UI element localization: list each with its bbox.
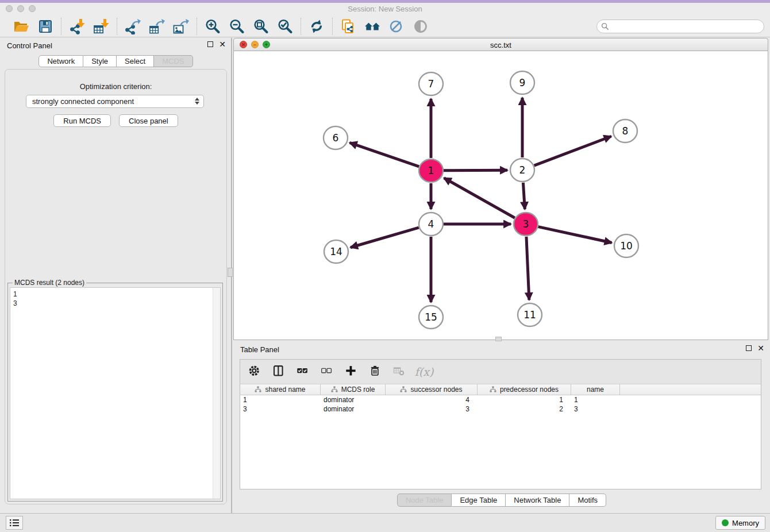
tab-motifs[interactable]: Motifs (569, 494, 606, 507)
node-label-7: 7 (428, 78, 434, 90)
task-history-button[interactable] (6, 516, 23, 530)
function-builder-button: f(x) (416, 364, 432, 380)
float-panel-icon[interactable] (207, 41, 213, 47)
memory-status-icon (722, 519, 729, 526)
edge-2-8[interactable] (534, 136, 611, 165)
zoom-out-button[interactable] (226, 17, 247, 36)
zoom-out-icon (229, 18, 245, 34)
memory-button[interactable]: Memory (715, 516, 765, 530)
graph-node-15[interactable]: 15 (419, 306, 443, 329)
cell-name[interactable]: 3 (571, 404, 620, 414)
column-type-icon (255, 386, 261, 393)
cell-predecessor-nodes[interactable]: 1 (478, 395, 571, 404)
column-header-successor-nodes[interactable]: successor nodes (386, 384, 478, 395)
graph-node-6[interactable]: 6 (324, 126, 348, 149)
export-image-button[interactable] (171, 17, 191, 36)
tab-style[interactable]: Style (83, 55, 117, 67)
toolbar-group (197, 17, 301, 36)
edge-4-14[interactable] (351, 228, 419, 248)
window-titlebar[interactable]: Session: New Session (0, 3, 770, 16)
column-header-name[interactable]: name (571, 384, 620, 395)
cell-shared-name[interactable]: 1 (240, 395, 321, 404)
graph-node-14[interactable]: 14 (324, 240, 348, 263)
table-settings-button[interactable] (247, 364, 263, 380)
optimization-criterion-label: Optimization criterion: (5, 82, 226, 91)
cell-MCDS-role[interactable]: dominator (321, 395, 386, 404)
status-bar: Memory (0, 513, 770, 532)
tab-node-table[interactable]: Node Table (397, 494, 452, 507)
column-header-MCDS-role[interactable]: MCDS role (321, 384, 386, 395)
open-session-button[interactable] (11, 17, 32, 36)
cell-MCDS-role[interactable]: dominator (321, 404, 386, 414)
edge-3-10[interactable] (538, 227, 611, 243)
edge-3-11[interactable] (526, 237, 529, 300)
column-label: shared name (265, 385, 305, 394)
criterion-dropdown[interactable]: strongly connected component (26, 95, 204, 108)
column-label: MCDS role (341, 385, 375, 394)
cell-successor-nodes[interactable]: 3 (386, 404, 478, 414)
tab-mcds[interactable]: MCDS (154, 55, 192, 67)
mcds-panel: Optimization criterion: strongly connect… (5, 69, 227, 504)
column-type-icon (490, 386, 496, 393)
column-header-predecessor-nodes[interactable]: predecessor nodes (478, 384, 571, 395)
result-scrollbar[interactable] (213, 288, 220, 499)
column-view-button[interactable] (271, 364, 287, 380)
cell-predecessor-nodes[interactable]: 2 (478, 404, 571, 414)
add-column-button[interactable] (344, 364, 360, 380)
import-table-button[interactable] (91, 17, 111, 36)
graph-node-8[interactable]: 8 (613, 119, 637, 142)
cell-shared-name[interactable]: 3 (240, 404, 321, 414)
graph-node-2[interactable]: 2 (510, 159, 534, 182)
first-neighbors-button[interactable] (362, 17, 383, 36)
zoom-selected-button[interactable] (275, 17, 295, 36)
tab-network-table[interactable]: Network Table (506, 494, 569, 507)
graph-node-10[interactable]: 10 (614, 234, 638, 257)
edge-3-1[interactable] (444, 178, 515, 218)
export-table-icon (149, 18, 165, 34)
close-table-panel-icon[interactable]: ✕ (757, 345, 764, 351)
refresh-layout-button[interactable] (306, 17, 327, 36)
close-panel-button[interactable]: Close panel (119, 114, 178, 127)
cell-name[interactable]: 1 (571, 395, 620, 404)
duplicate-network-button[interactable] (338, 17, 359, 36)
mcds-result-textarea[interactable]: 1 3 (10, 287, 221, 499)
search-input[interactable] (596, 20, 764, 33)
table-row[interactable]: 3dominator323 (240, 404, 761, 414)
select-all-columns-button[interactable] (295, 364, 311, 380)
style-toggle-button[interactable] (386, 17, 407, 36)
graph-node-9[interactable]: 9 (510, 71, 534, 94)
first-neighbors-icon (364, 18, 380, 34)
run-mcds-button[interactable]: Run MCDS (53, 114, 111, 127)
tab-edge-table[interactable]: Edge Table (452, 494, 506, 507)
delete-column-button[interactable] (368, 364, 384, 380)
export-table-button[interactable] (147, 17, 167, 36)
control-panel: Control Panel ✕ NetworkStyleSelectMCDS O… (0, 38, 232, 513)
edge-1-6[interactable] (350, 142, 419, 166)
save-session-button[interactable] (35, 17, 56, 36)
table-row[interactable]: 1dominator411 (240, 395, 761, 404)
import-network-button[interactable] (67, 17, 87, 36)
zoom-fit-button[interactable] (251, 17, 271, 36)
column-header-shared-name[interactable]: shared name (240, 384, 321, 395)
graph-node-1[interactable]: 1 (419, 159, 443, 182)
network-window-titlebar[interactable]: ✕ − + scc.txt (233, 38, 768, 51)
deselect-all-columns-button[interactable] (319, 364, 336, 380)
close-panel-icon[interactable]: ✕ (219, 41, 226, 47)
toolbar-group (117, 17, 197, 36)
tab-select[interactable]: Select (117, 55, 154, 67)
tab-network[interactable]: Network (38, 55, 83, 67)
edge-2-3[interactable] (523, 183, 525, 209)
edge-1-2[interactable] (444, 170, 507, 171)
graph-node-11[interactable]: 11 (518, 303, 542, 326)
export-network-button[interactable] (122, 17, 143, 36)
vertical-splitter-grip[interactable] (228, 268, 233, 277)
float-table-panel-icon[interactable] (746, 345, 752, 351)
network-graph[interactable]: 7968124314101511 (234, 51, 768, 340)
cell-successor-nodes[interactable]: 4 (386, 395, 478, 404)
graph-node-3[interactable]: 3 (514, 213, 538, 236)
graph-node-4[interactable]: 4 (419, 213, 443, 236)
zoom-in-button[interactable] (202, 17, 223, 36)
graph-node-7[interactable]: 7 (419, 72, 443, 95)
network-canvas[interactable]: 7968124314101511 (233, 51, 768, 340)
horizontal-splitter-grip[interactable] (495, 337, 502, 341)
